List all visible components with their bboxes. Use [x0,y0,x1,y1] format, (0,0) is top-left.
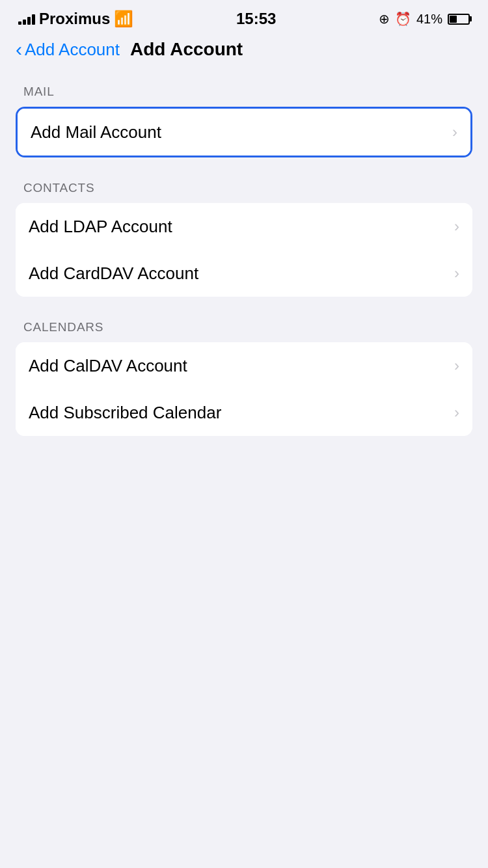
add-ldap-account-item[interactable]: Add LDAP Account › [16,203,472,250]
contacts-section-label: CONTACTS [0,181,488,195]
battery-fill [450,16,457,23]
chevron-right-icon: › [452,123,457,141]
chevron-right-icon: › [454,403,459,422]
calendars-section: CALENDARS Add CalDAV Account › Add Subsc… [0,320,488,436]
contacts-section: CONTACTS Add LDAP Account › Add CardDAV … [0,181,488,297]
add-mail-account-item[interactable]: Add Mail Account › [18,109,470,156]
status-bar: Proximus 📶 15:53 ⊕ ⏰ 41% [0,0,488,33]
alarm-icon: ⏰ [395,11,411,27]
mail-list-group: Add Mail Account › [16,107,472,157]
carrier-label: Proximus [39,10,110,28]
location-icon: ⊕ [379,11,390,27]
add-caldav-account-item[interactable]: Add CalDAV Account › [16,342,472,389]
chevron-right-icon: › [454,264,459,282]
back-button[interactable]: ‹ Add Account [16,40,120,60]
add-caldav-account-label: Add CalDAV Account [29,356,187,376]
contacts-list-group: Add LDAP Account › Add CardDAV Account › [16,203,472,297]
add-carddav-account-label: Add CardDAV Account [29,264,198,284]
content-area: MAIL Add Mail Account › CONTACTS Add LDA… [0,72,488,472]
back-label: Add Account [25,40,120,60]
chevron-right-icon: › [454,357,459,375]
status-right: ⊕ ⏰ 41% [379,11,470,27]
mail-section-label: MAIL [0,85,488,99]
add-subscribed-calendar-item[interactable]: Add Subscribed Calendar › [16,389,472,436]
time-display: 15:53 [236,10,276,28]
mail-section: MAIL Add Mail Account › [0,85,488,157]
back-chevron-icon: ‹ [16,40,22,59]
add-ldap-account-label: Add LDAP Account [29,217,172,237]
calendars-list-group: Add CalDAV Account › Add Subscribed Cale… [16,342,472,436]
battery-icon [448,14,470,25]
wifi-icon: 📶 [114,10,133,28]
battery-percent: 41% [416,12,442,27]
add-carddav-account-item[interactable]: Add CardDAV Account › [16,250,472,297]
add-subscribed-calendar-label: Add Subscribed Calendar [29,403,221,423]
status-left: Proximus 📶 [18,10,133,28]
calendars-section-label: CALENDARS [0,320,488,334]
chevron-right-icon: › [454,217,459,236]
page-title: Add Account [130,39,243,60]
add-mail-account-label: Add Mail Account [31,122,161,142]
navigation-bar: ‹ Add Account Add Account [0,33,488,72]
signal-bars-icon [18,13,35,25]
